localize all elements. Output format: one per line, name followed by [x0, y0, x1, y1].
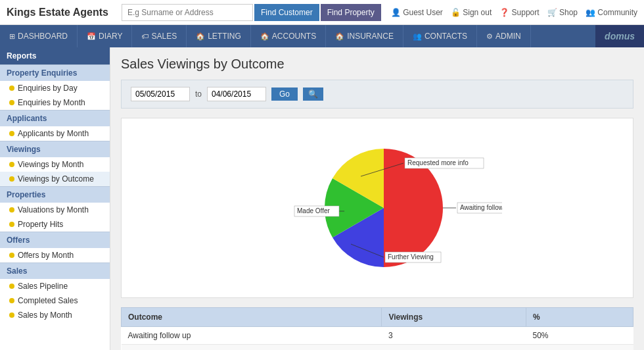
results-table: Outcome Viewings % Awaiting follow up 3 …: [121, 307, 633, 350]
nav-diary[interactable]: 📅DIARY: [78, 25, 132, 47]
support-link[interactable]: ❓ Support: [499, 8, 539, 17]
app-logo: Kings Estate Agents: [7, 7, 108, 18]
outcome-cell: Further Viewing: [122, 345, 382, 351]
find-customer-button[interactable]: Find Customer: [254, 4, 319, 21]
shop-link[interactable]: 🛒 Shop: [547, 8, 578, 17]
nav-sales[interactable]: 🏷SALES: [132, 25, 187, 47]
sidebar-sales-header: Sales: [0, 262, 110, 279]
to-label: to: [195, 89, 202, 99]
date-from-input[interactable]: [131, 87, 190, 101]
main-content: Sales Viewings by Outcome to Go 🔍: [110, 47, 644, 350]
sidebar-item-label: Valuations by Month: [18, 205, 89, 214]
viewings-cell: 1: [382, 345, 526, 351]
dot-icon: [9, 298, 14, 303]
layout: Reports Property Enquiries Enquiries by …: [0, 47, 644, 350]
sidebar-item-sales-by-month[interactable]: Sales by Month: [0, 308, 110, 322]
guest-user-link[interactable]: 👤 Guest User: [391, 8, 443, 17]
sidebar-item-label: Viewings by Month: [18, 160, 84, 169]
community-link[interactable]: 👥 Community: [586, 8, 637, 17]
chart-container: Requested more info Awaiting follow up M…: [121, 118, 633, 298]
sidebar-viewings-header: Viewings: [0, 141, 110, 157]
accounts-icon: 🏠: [260, 32, 269, 41]
dot-icon: [9, 253, 14, 258]
sidebar-item-enquiries-month[interactable]: Enquiries by Month: [0, 95, 110, 110]
page-title: Sales Viewings by Outcome: [121, 57, 633, 72]
dot-icon: [9, 176, 14, 182]
sidebar-offers-header: Offers: [0, 232, 110, 248]
date-to-input[interactable]: [207, 87, 266, 101]
sidebar-item-viewings-outcome[interactable]: Viewings by Outcome: [0, 172, 110, 186]
admin-icon: ⚙: [486, 32, 493, 41]
viewings-cell: 3: [382, 327, 526, 345]
find-property-button[interactable]: Find Property: [321, 4, 381, 21]
nav-accounts[interactable]: 🏠ACCOUNTS: [251, 25, 326, 47]
letting-icon: 🏠: [196, 32, 205, 41]
sidebar-item-valuations-month[interactable]: Valuations by Month: [0, 203, 110, 217]
percent-cell: 50%: [526, 327, 633, 345]
sidebar-item-sales-pipeline[interactable]: Sales Pipeline: [0, 279, 110, 293]
sidebar-item-enquiries-day[interactable]: Enquiries by Day: [0, 81, 110, 95]
nav-bar: ⊞DASHBOARD 📅DIARY 🏷SALES 🏠LETTING 🏠ACCOU…: [0, 25, 644, 47]
top-links: 👤 Guest User 🔓 Sign out ❓ Support 🛒 Shop…: [391, 8, 637, 17]
sidebar: Reports Property Enquiries Enquiries by …: [0, 47, 110, 350]
sidebar-item-label: Property Hits: [18, 220, 63, 229]
pie-chart-svg: Requested more info Awaiting follow up M…: [252, 129, 502, 287]
brand-logo: domus: [595, 25, 644, 47]
table-row: Further Viewing 1 16.7%: [122, 345, 633, 351]
diary-icon: 📅: [87, 32, 96, 41]
sidebar-item-offers-month[interactable]: Offers by Month: [0, 248, 110, 262]
sidebar-item-label: Sales by Month: [18, 311, 72, 320]
sidebar-item-label: Applicants by Month: [18, 129, 89, 138]
dot-icon: [9, 284, 14, 289]
nav-insurance[interactable]: 🏠INSURANCE: [326, 25, 403, 47]
sidebar-item-label: Completed Sales: [18, 296, 78, 305]
table-row: Awaiting follow up 3 50%: [122, 327, 633, 345]
dot-icon: [9, 162, 14, 167]
dot-icon: [9, 222, 14, 227]
sidebar-item-label: Sales Pipeline: [18, 282, 68, 291]
percent-cell: 16.7%: [526, 345, 633, 351]
go-button[interactable]: Go: [271, 88, 298, 101]
search-group: Find Customer Find Property: [122, 4, 391, 21]
nav-dashboard[interactable]: ⊞DASHBOARD: [0, 25, 78, 47]
sidebar-item-label: Enquiries by Day: [18, 84, 78, 93]
top-bar: Kings Estate Agents Find Customer Find P…: [0, 0, 644, 25]
sidebar-item-label: Viewings by Outcome: [18, 174, 94, 184]
col-percent: %: [526, 308, 633, 327]
insurance-icon: 🏠: [335, 32, 344, 41]
contacts-icon: 👥: [413, 32, 422, 41]
dashboard-icon: ⊞: [9, 32, 15, 41]
sidebar-item-viewings-month[interactable]: Viewings by Month: [0, 157, 110, 172]
sidebar-properties-header: Properties: [0, 186, 110, 203]
dot-icon: [9, 207, 14, 213]
search-input[interactable]: [122, 4, 253, 21]
pie-chart: Requested more info Awaiting follow up M…: [252, 129, 502, 287]
sidebar-item-property-hits[interactable]: Property Hits: [0, 217, 110, 232]
sidebar-item-applicants-month[interactable]: Applicants by Month: [0, 126, 110, 141]
dot-icon: [9, 312, 14, 318]
dot-icon: [9, 86, 14, 91]
sign-out-link[interactable]: 🔓 Sign out: [451, 8, 492, 17]
col-outcome: Outcome: [122, 308, 382, 327]
col-viewings: Viewings: [382, 308, 526, 327]
nav-contacts[interactable]: 👥CONTACTS: [403, 25, 477, 47]
sidebar-item-label: Offers by Month: [18, 251, 74, 260]
dot-icon: [9, 100, 14, 105]
label-text-requested: Requested more info: [407, 159, 469, 166]
sidebar-item-completed-sales[interactable]: Completed Sales: [0, 293, 110, 308]
search-button[interactable]: 🔍: [303, 88, 323, 101]
sidebar-reports-header: Reports: [0, 47, 110, 64]
outcome-cell: Awaiting follow up: [122, 327, 382, 345]
dot-icon: [9, 131, 14, 136]
sidebar-item-label: Enquiries by Month: [18, 98, 85, 107]
sidebar-applicants-header: Applicants: [0, 110, 110, 126]
label-text-further: Further Viewing: [388, 253, 434, 261]
label-text-offer: Made Offer: [297, 207, 331, 214]
label-text-awaiting: Awaiting follow up: [460, 204, 502, 211]
nav-admin[interactable]: ⚙ADMIN: [477, 25, 531, 47]
date-filter: to Go 🔍: [121, 80, 633, 109]
sidebar-property-enquiries-header: Property Enquiries: [0, 64, 110, 81]
sales-icon: 🏷: [141, 32, 149, 40]
nav-letting[interactable]: 🏠LETTING: [187, 25, 251, 47]
